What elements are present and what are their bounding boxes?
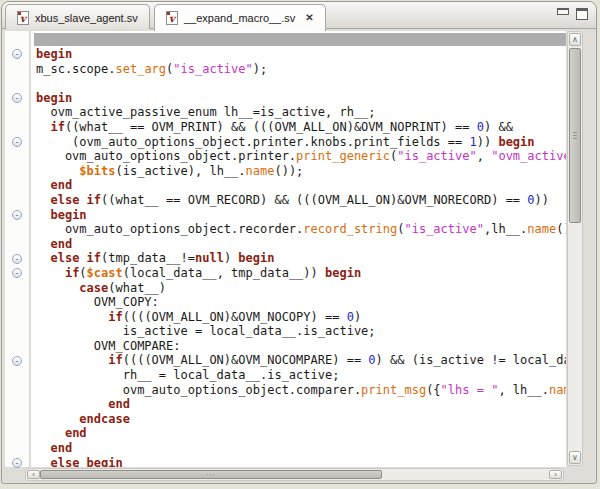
gutter-row bbox=[5, 397, 29, 412]
sv-file-icon: v bbox=[166, 11, 178, 25]
gutter-row bbox=[5, 105, 29, 120]
horizontal-scroll-thumb[interactable] bbox=[40, 470, 382, 479]
gutter-row bbox=[5, 441, 29, 456]
code-line: begin bbox=[36, 47, 566, 62]
scroll-left-icon[interactable]: ‹ bbox=[27, 470, 40, 479]
code-line: else begin bbox=[36, 456, 566, 467]
code-line: if((what__ == OVM_PRINT) && (((OVM_ALL_O… bbox=[36, 120, 566, 135]
code-line: $bits(is_active), lh__.name()); bbox=[36, 164, 566, 179]
code-line: else if(tmp_data__!=null) begin bbox=[36, 251, 566, 266]
gutter-row bbox=[5, 324, 29, 339]
gutter-row: - bbox=[5, 47, 29, 62]
fold-collapse-icon[interactable]: - bbox=[12, 458, 22, 468]
code-line: case(what__) bbox=[36, 281, 566, 296]
code-line: begin bbox=[36, 91, 566, 106]
folding-gutter: -------- bbox=[5, 31, 30, 467]
editor-window: v xbus_slave_agent.sv v __expand_macro__… bbox=[1, 1, 597, 484]
code-line: end bbox=[36, 237, 566, 252]
code-line: m_sc.scope.set_arg("is_active"); bbox=[36, 62, 566, 77]
gutter-row bbox=[5, 62, 29, 77]
code-editor[interactable]: beginm_sc.scope.set_arg("is_active"); be… bbox=[31, 31, 566, 467]
gutter-row bbox=[5, 178, 29, 193]
code-line: if($cast(local_data__, tmp_data__)) begi… bbox=[36, 266, 566, 281]
gutter-row: - bbox=[5, 251, 29, 266]
gutter-row bbox=[5, 339, 29, 354]
gutter-row bbox=[5, 281, 29, 296]
fold-collapse-icon[interactable]: - bbox=[12, 137, 22, 147]
gutter-row bbox=[5, 149, 29, 164]
editor-content: -------- beginm_sc.scope.set_arg("is_act… bbox=[3, 29, 595, 482]
gutter-row bbox=[5, 295, 29, 310]
horizontal-scrollbar[interactable]: ‹ › bbox=[25, 468, 564, 481]
code-line: end bbox=[36, 397, 566, 412]
gutter-row bbox=[5, 383, 29, 398]
view-buttons bbox=[557, 8, 588, 20]
code-line: if((((OVM_ALL_ON)&OVM_NOCOPY) == 0) bbox=[36, 310, 566, 325]
fold-collapse-icon[interactable]: - bbox=[12, 268, 22, 278]
code-line: else if((what__ == OVM_RECORD) && (((OVM… bbox=[36, 193, 566, 208]
gutter-row bbox=[5, 120, 29, 135]
vertical-scroll-thumb[interactable] bbox=[569, 48, 581, 223]
vertical-scrollbar[interactable]: ∧ ∨ bbox=[567, 31, 583, 466]
gutter-row: - bbox=[5, 353, 29, 368]
tab-expand-macro[interactable]: v __expand_macro__.sv ✕ bbox=[154, 4, 326, 31]
gutter-row bbox=[5, 412, 29, 427]
code-line: if((((OVM_ALL_ON)&OVM_NOCOMPARE) == 0) &… bbox=[36, 353, 566, 368]
gutter-row bbox=[5, 368, 29, 383]
sv-file-icon: v bbox=[17, 11, 29, 25]
gutter-row: - bbox=[5, 91, 29, 106]
gutter-row bbox=[5, 76, 29, 91]
code-line: is_active = local_data__.is_active; bbox=[36, 324, 566, 339]
code-line bbox=[36, 76, 566, 91]
fold-collapse-icon[interactable]: - bbox=[12, 93, 22, 103]
tab-label: __expand_macro__.sv bbox=[184, 12, 295, 24]
maximize-icon[interactable] bbox=[576, 8, 588, 20]
code-line: begin bbox=[36, 208, 566, 223]
tab-xbus-slave-agent[interactable]: v xbus_slave_agent.sv bbox=[5, 4, 150, 30]
code-line: OVM_COMPARE: bbox=[36, 339, 566, 354]
fold-collapse-icon[interactable]: - bbox=[12, 210, 22, 220]
gutter-row bbox=[5, 310, 29, 325]
thumb-grip bbox=[207, 474, 215, 475]
top-highlight-bar bbox=[34, 33, 566, 46]
fold-collapse-icon[interactable]: - bbox=[12, 356, 22, 366]
scroll-down-icon[interactable]: ∨ bbox=[569, 451, 581, 464]
code-line: ovm_active_passive_enum lh__=is_active, … bbox=[36, 105, 566, 120]
gutter-row bbox=[5, 237, 29, 252]
code-line: ovm_auto_options_object.recorder.record_… bbox=[36, 222, 566, 237]
minimize-icon[interactable] bbox=[557, 8, 569, 15]
code-text: beginm_sc.scope.set_arg("is_active"); be… bbox=[36, 47, 566, 467]
code-line: end bbox=[36, 441, 566, 456]
gutter-row bbox=[5, 164, 29, 179]
scroll-up-icon[interactable]: ∧ bbox=[569, 33, 581, 46]
code-line: OVM_COPY: bbox=[36, 295, 566, 310]
gutter-row bbox=[5, 193, 29, 208]
gutter-row: - bbox=[5, 208, 29, 223]
close-icon[interactable]: ✕ bbox=[305, 13, 313, 23]
tab-label: xbus_slave_agent.sv bbox=[35, 12, 138, 24]
editor-tab-bar: v xbus_slave_agent.sv v __expand_macro__… bbox=[2, 2, 596, 29]
code-line: end bbox=[36, 178, 566, 193]
fold-collapse-icon[interactable]: - bbox=[12, 254, 22, 264]
code-line: end bbox=[36, 426, 566, 441]
screen: v xbus_slave_agent.sv v __expand_macro__… bbox=[0, 0, 600, 489]
code-line: (ovm_auto_options_object.printer.knobs.p… bbox=[36, 135, 566, 150]
scroll-right-icon[interactable]: › bbox=[549, 470, 562, 479]
gutter-row: - bbox=[5, 135, 29, 150]
thumb-grip bbox=[573, 132, 577, 140]
fold-markers: -------- bbox=[5, 47, 29, 470]
code-line: endcase bbox=[36, 412, 566, 427]
gutter-row bbox=[5, 222, 29, 237]
fold-collapse-icon[interactable]: - bbox=[12, 49, 22, 59]
code-line: rh__ = local_data__.is_active; bbox=[36, 368, 566, 383]
gutter-row bbox=[5, 426, 29, 441]
gutter-row: - bbox=[5, 266, 29, 281]
code-line: ovm_auto_options_object.comparer.print_m… bbox=[36, 383, 566, 398]
code-line: ovm_auto_options_object.printer.print_ge… bbox=[36, 149, 566, 164]
